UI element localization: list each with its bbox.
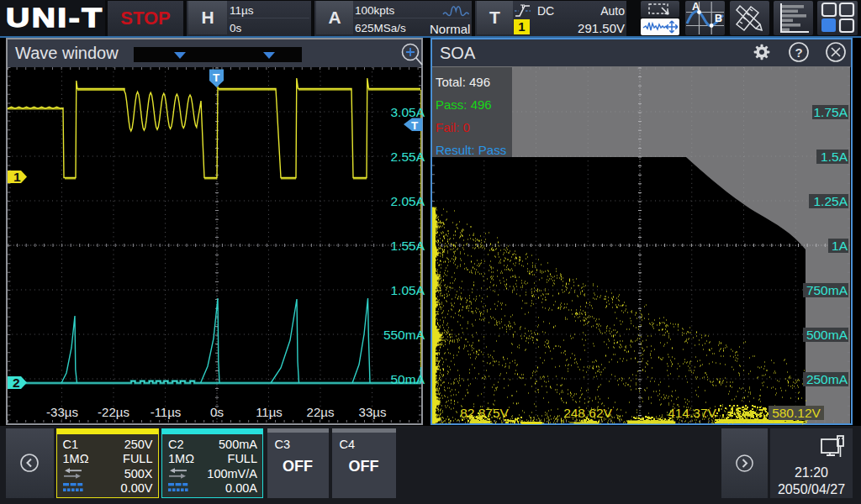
- svg-text:248.62V: 248.62V: [563, 406, 612, 420]
- svg-text:1.75A: 1.75A: [813, 105, 848, 119]
- svg-text:250mA: 250mA: [806, 372, 848, 386]
- svg-text:?: ?: [795, 45, 802, 60]
- svg-text:414.37V: 414.37V: [668, 406, 716, 420]
- svg-text:Result: Pass: Result: Pass: [436, 143, 506, 157]
- svg-text:750mA: 750mA: [806, 283, 848, 297]
- svg-text:82.875V: 82.875V: [460, 406, 509, 420]
- svg-text:1.5A: 1.5A: [821, 150, 848, 164]
- svg-text:1.25A: 1.25A: [813, 194, 848, 208]
- svg-text:Fail: 0: Fail: 0: [436, 120, 470, 134]
- svg-text:500mA: 500mA: [806, 328, 848, 342]
- svg-text:1A: 1A: [832, 239, 848, 253]
- svg-text:580.12V: 580.12V: [772, 406, 821, 420]
- svg-text:Pass: 496: Pass: 496: [436, 97, 492, 112]
- svg-text:Total: 496: Total: 496: [436, 75, 490, 89]
